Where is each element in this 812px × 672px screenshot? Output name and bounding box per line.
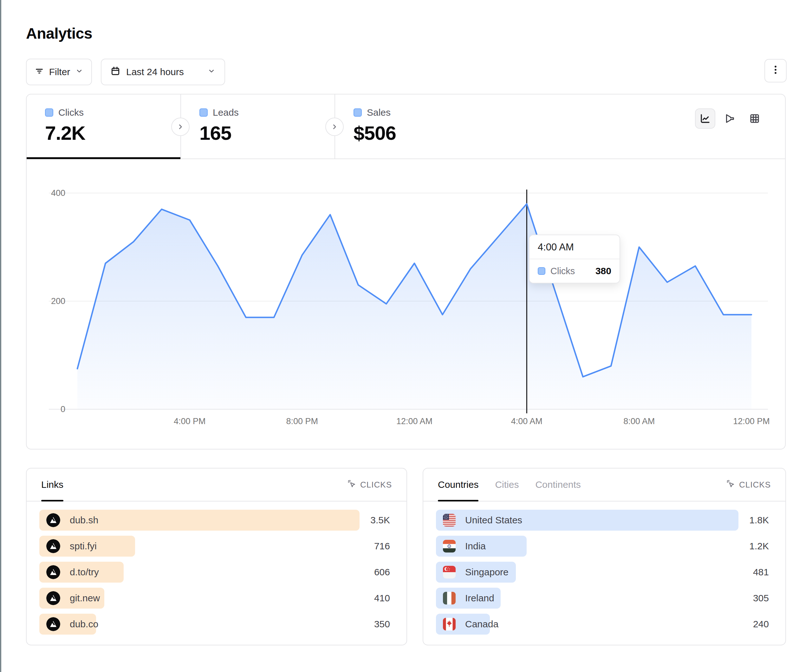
- filter-button-label: Filter: [49, 67, 70, 77]
- row-value: 305: [753, 593, 773, 604]
- link-row[interactable]: dub.co350: [39, 614, 394, 634]
- us-flag-icon: [443, 514, 455, 527]
- date-range-button[interactable]: Last 24 hours: [101, 59, 225, 85]
- in-flag-icon: [443, 540, 455, 553]
- link-row[interactable]: spti.fyi716: [39, 536, 394, 557]
- links-metric-label: CLICKS: [360, 480, 392, 490]
- clicks-legend-chip: [45, 108, 53, 117]
- country-row[interactable]: United States1.8K: [436, 510, 773, 530]
- countries-panel: CountriesCitiesContinents CLICKS United …: [423, 468, 786, 645]
- leads-value: 165: [200, 122, 334, 144]
- country-row[interactable]: Singapore481: [436, 562, 773, 583]
- countries-metric-selector[interactable]: CLICKS: [726, 479, 771, 491]
- analytics-card: Clicks 7.2K Leads 165 Sales $506: [26, 94, 786, 449]
- links-panel: Links CLICKS dub.sh3.5Kspti.fyi716d.to/t…: [26, 468, 407, 645]
- links-list: dub.sh3.5Kspti.fyi716d.to/try606git.new4…: [27, 510, 406, 640]
- tab-continents[interactable]: Continents: [535, 469, 580, 501]
- line-chart-toggle[interactable]: [695, 108, 715, 129]
- countries-panel-header: CountriesCitiesContinents CLICKS: [423, 469, 785, 501]
- country-row[interactable]: Canada240: [436, 614, 773, 634]
- chevron-down-icon: [207, 67, 216, 77]
- row-label: git.new: [70, 593, 100, 604]
- row-value: 606: [374, 567, 394, 578]
- table-view-toggle[interactable]: [744, 108, 765, 129]
- row-value: 3.5K: [370, 515, 394, 525]
- expand-leads-button[interactable]: [325, 118, 344, 136]
- ca-flag-icon: [443, 618, 455, 631]
- country-row[interactable]: India1.2K: [436, 536, 773, 557]
- cursor-click-icon: [347, 479, 357, 491]
- filter-button[interactable]: Filter: [26, 59, 92, 85]
- link-row[interactable]: d.to/try606: [39, 562, 394, 583]
- x-axis-tick: 4:00 AM: [511, 416, 542, 426]
- x-axis-tick: 8:00 PM: [286, 416, 318, 426]
- filter-icon: [34, 66, 44, 78]
- tab-sales[interactable]: Sales $506: [335, 94, 500, 159]
- x-axis-tick: 4:00 PM: [174, 416, 206, 426]
- tab-links[interactable]: Links: [41, 469, 63, 501]
- dub-logo-avatar: [46, 617, 60, 631]
- countries-metric-label: CLICKS: [739, 480, 771, 490]
- tab-cities[interactable]: Cities: [495, 469, 519, 501]
- y-axis-tick: 200: [27, 297, 65, 306]
- chart-canvas[interactable]: [27, 159, 786, 450]
- row-label: spti.fyi: [70, 541, 97, 551]
- countries-list: United States1.8KIndia1.2KSingapore481Ir…: [423, 510, 785, 640]
- sales-value: $506: [353, 122, 500, 144]
- row-value: 716: [374, 541, 394, 551]
- x-axis-tick: 8:00 AM: [623, 416, 655, 426]
- sg-flag-icon: [443, 566, 455, 578]
- link-row[interactable]: dub.sh3.5K: [39, 510, 394, 530]
- page-title: Analytics: [26, 25, 92, 42]
- country-row[interactable]: Ireland305: [436, 588, 773, 609]
- leads-legend-chip: [200, 108, 208, 117]
- tooltip-legend-chip: [538, 267, 545, 275]
- chevron-right-icon: [176, 123, 184, 131]
- links-metric-selector[interactable]: CLICKS: [347, 479, 392, 491]
- more-options-button[interactable]: [764, 59, 786, 82]
- window-edge-strip: [0, 0, 1, 672]
- row-label: Singapore: [465, 567, 508, 578]
- tooltip-value: 380: [595, 266, 611, 276]
- stats-row: Clicks 7.2K Leads 165 Sales $506: [27, 94, 785, 159]
- chart-type-toggles: [695, 108, 765, 129]
- dub-logo-avatar: [46, 591, 60, 605]
- clicks-chart[interactable]: 02004004:00 PM8:00 PM12:00 AM4:00 AM8:00…: [27, 159, 786, 450]
- chart-tooltip: 4:00 AM Clicks 380: [529, 235, 620, 283]
- funnel-chart-toggle[interactable]: [720, 108, 740, 129]
- kebab-icon: [771, 64, 780, 77]
- date-range-label: Last 24 hours: [126, 67, 184, 77]
- tab-clicks[interactable]: Clicks 7.2K: [27, 94, 181, 159]
- x-axis-tick: 12:00 AM: [396, 416, 432, 426]
- x-axis-tick: 12:00 PM: [733, 416, 770, 426]
- row-label: dub.sh: [70, 515, 98, 525]
- analytics-page: Analytics Filter Last 24 hours: [0, 0, 812, 672]
- tab-countries[interactable]: Countries: [438, 469, 478, 501]
- chevron-right-icon: [330, 123, 339, 131]
- row-value: 350: [374, 619, 394, 629]
- row-value: 1.8K: [749, 515, 773, 525]
- clicks-tab-label: Clicks: [58, 107, 84, 118]
- leads-tab-label: Leads: [213, 107, 239, 118]
- calendar-icon: [110, 66, 121, 78]
- row-value: 240: [753, 619, 773, 629]
- row-value: 1.2K: [749, 541, 773, 551]
- line-chart-icon: [699, 113, 711, 124]
- tooltip-series-label: Clicks: [551, 266, 575, 276]
- cursor-click-icon: [726, 479, 735, 491]
- sales-tab-label: Sales: [367, 107, 391, 118]
- expand-clicks-button[interactable]: [171, 118, 189, 136]
- funnel-icon: [724, 113, 735, 124]
- row-label: Ireland: [465, 593, 494, 604]
- row-value: 481: [753, 567, 773, 578]
- ie-flag-icon: [443, 592, 455, 604]
- links-panel-header: Links CLICKS: [27, 469, 406, 501]
- row-label: dub.co: [70, 619, 98, 629]
- link-row[interactable]: git.new410: [39, 588, 394, 609]
- row-label: United States: [465, 515, 522, 525]
- y-axis-tick: 0: [27, 404, 65, 414]
- sales-legend-chip: [353, 108, 362, 117]
- clicks-value: 7.2K: [45, 122, 181, 144]
- chevron-down-icon: [75, 67, 84, 77]
- tab-leads[interactable]: Leads 165: [181, 94, 334, 159]
